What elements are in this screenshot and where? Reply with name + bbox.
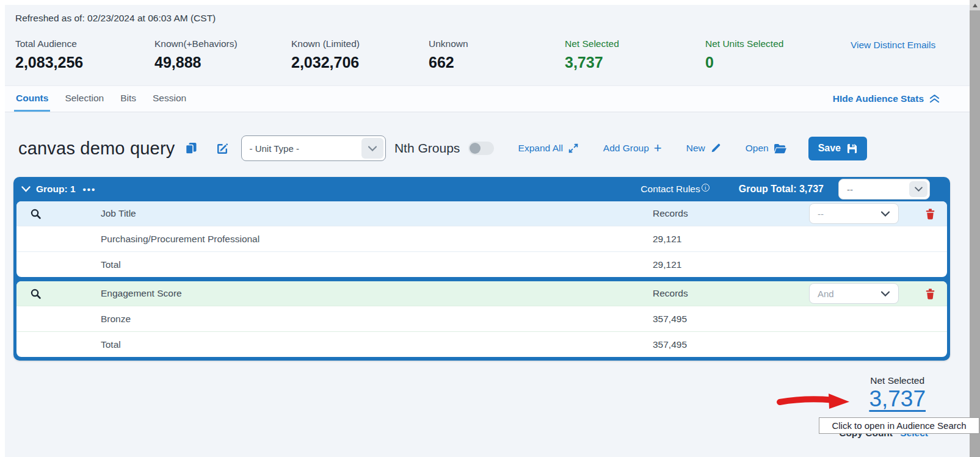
chevron-down-icon [874,283,896,304]
save-label: Save [818,143,841,154]
refreshed-timestamp: Refreshed as of: 02/23/2024 at 06:03 AM … [15,13,216,24]
stat-value: 2,083,256 [15,54,83,71]
stat-label: Net Selected [565,38,619,49]
criteria-header-row: Job Title Records -- [16,201,947,226]
group-title: Group: 1 [36,184,76,195]
nth-groups-label: Nth Groups [394,141,460,156]
red-arrow-annotation [777,392,851,412]
tab-session[interactable]: Session [151,86,188,112]
new-button[interactable]: New [686,143,721,154]
delete-criteria-icon[interactable] [925,288,935,300]
contact-rules-label: Contact Rules [641,184,700,194]
unit-type-select[interactable]: - Unit Type - [241,135,386,161]
main-content: canvas demo query - Unit Type - Nth Grou… [5,112,970,457]
criteria-block-engagement-score: Engagement Score Records And [16,281,947,357]
criteria-name: Job Title [101,208,653,219]
criteria-value-count: 29,121 [653,234,805,245]
scroll-up-button[interactable] [970,0,980,10]
criteria-value-label: Bronze [101,314,653,325]
info-icon: i [702,184,710,192]
criteria-total-label: Total [101,259,653,270]
net-selected-link[interactable]: 3,737 [869,386,926,412]
stat-known-behaviors: Known(+Behaviors) 49,888 [154,38,238,71]
save-button[interactable]: Save [808,137,867,160]
plus-icon: + [654,144,662,153]
criteria-total-row: Total 29,121 [16,251,947,277]
criteria-header-row: Engagement Score Records And [16,281,947,306]
delete-criteria-icon[interactable] [925,208,935,220]
records-column-header: Records [653,208,805,219]
stat-value: 3,737 [565,54,619,71]
search-icon[interactable] [30,208,42,220]
collapse-group-icon[interactable] [21,186,31,192]
folder-open-icon [774,143,786,154]
expand-all-label: Expand All [518,143,563,154]
add-group-label: Add Group [603,143,649,154]
stat-total-audience: Total Audience 2,083,256 [15,38,83,71]
group-header-right: Contact Rulesi Group Total: 3,737 -- [641,179,947,200]
group-menu-icon[interactable]: ••• [83,184,96,195]
scroll-up-arrow-icon [973,4,978,7]
search-icon[interactable] [30,288,42,300]
copy-icon[interactable] [185,142,197,154]
net-selected-tooltip: Click to open in Audience Search [819,417,979,434]
group-card: Group: 1 ••• Contact Rulesi Group Total:… [13,177,950,361]
chevron-down-icon [909,181,927,197]
criteria-operator-select[interactable]: -- [809,203,899,224]
query-toolbar: canvas demo query - Unit Type - Nth Grou… [18,131,970,166]
contact-rules-link[interactable]: Contact Rulesi [641,184,709,195]
criteria-value-count: 357,495 [653,314,805,325]
records-column-header: Records [653,288,805,299]
tabs-bar: Counts Selection Bits Session HIde Audie… [5,85,970,112]
expand-all-button[interactable]: Expand All [518,143,579,154]
criteria-total-row: Total 357,495 [16,331,947,357]
stat-net-units-selected: Net Units Selected 0 [705,38,783,71]
vertical-scrollbar[interactable] [970,0,980,457]
open-label: Open [746,143,769,154]
tab-counts[interactable]: Counts [14,86,50,112]
criteria-total-count: 29,121 [653,259,805,270]
scrollbar-thumb[interactable] [970,10,980,457]
group-operator-select[interactable]: -- [838,179,930,200]
group-header: Group: 1 ••• Contact Rulesi Group Total:… [16,177,947,201]
open-button[interactable]: Open [746,143,786,154]
stat-net-selected: Net Selected 3,737 [565,38,619,71]
criteria-block-job-title: Job Title Records -- [16,201,947,277]
toggle-knob [470,143,481,154]
stat-label: Unknown [429,38,468,49]
chevron-down-icon [361,138,383,159]
expand-icon [568,143,579,154]
stat-value: 662 [429,54,468,71]
stat-unknown: Unknown 662 [429,38,468,71]
group-operator-value: -- [839,184,907,195]
add-group-button[interactable]: Add Group + [603,143,662,154]
tab-bits[interactable]: Bits [118,86,138,112]
double-chevron-up-icon [929,94,940,104]
edit-icon[interactable] [216,142,228,154]
stat-value: 0 [705,54,783,71]
stat-value: 2,032,706 [291,54,360,71]
hide-audience-stats-link[interactable]: HIde Audience Stats [833,86,940,112]
criteria-value-row: Purchasing/Procurement Professional 29,1… [16,226,947,251]
criteria-value-row: Bronze 357,495 [16,306,947,331]
nth-groups-toggle[interactable] [468,142,493,155]
audience-stats-panel: Refreshed as of: 02/23/2024 at 06:03 AM … [5,5,970,85]
view-distinct-emails-link[interactable]: View Distinct Emails [851,40,935,51]
query-name: canvas demo query [18,139,175,159]
stat-known-limited: Known (Limited) 2,032,706 [291,38,360,71]
criteria-name: Engagement Score [101,288,653,299]
criteria-total-label: Total [101,339,653,350]
stat-label: Known (Limited) [291,38,360,49]
criteria-value-label: Purchasing/Procurement Professional [101,234,653,245]
stat-label: Total Audience [15,38,83,49]
stat-label: Net Units Selected [705,38,783,49]
floppy-save-icon [847,143,857,154]
unit-type-value: - Unit Type - [242,143,360,154]
new-label: New [686,143,705,154]
net-selected-label: Net Selected [870,375,924,386]
tab-selection[interactable]: Selection [63,86,106,112]
criteria-operator-select[interactable]: And [809,283,899,304]
hide-audience-stats-label: HIde Audience Stats [833,93,924,104]
criteria-operator-value: -- [810,209,873,219]
page: Refreshed as of: 02/23/2024 at 06:03 AM … [0,0,980,457]
